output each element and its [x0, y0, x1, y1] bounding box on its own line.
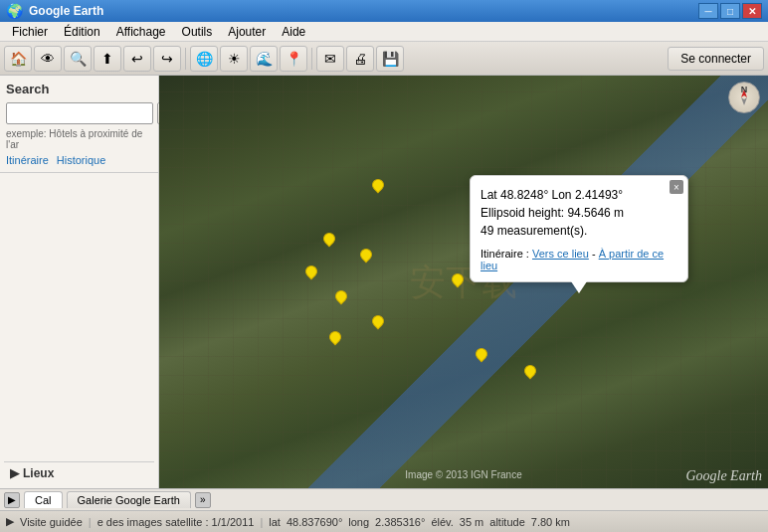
- toolbar-btn-3[interactable]: 🔍: [64, 46, 92, 72]
- status-elev-label: élév.: [431, 516, 453, 528]
- bottom-tabs: ▶ Cal Galerie Google Earth »: [0, 488, 768, 510]
- info-popup: × Lat 48.8248° Lon 2.41493° Ellipsoid he…: [470, 175, 688, 282]
- pin-body-6: [370, 312, 387, 329]
- search-title: Search: [6, 82, 152, 96]
- popup-measurements: 49 measurement(s).: [480, 224, 587, 238]
- left-panel: Search Rechercher exemple: Hôtels à prox…: [0, 76, 159, 488]
- connect-button[interactable]: Se connecter: [668, 47, 764, 71]
- search-input[interactable]: [6, 102, 153, 124]
- pin-8[interactable]: [476, 348, 487, 364]
- pin-1[interactable]: [372, 179, 384, 195]
- menu-ajouter[interactable]: Ajouter: [220, 23, 274, 41]
- pin-5[interactable]: [335, 290, 347, 306]
- status-lat-label: lat: [269, 516, 281, 528]
- tab-arrow-left[interactable]: ▶: [4, 492, 20, 508]
- status-guide-icon: ▶: [6, 515, 14, 528]
- toolbar-btn-4[interactable]: ⬆: [94, 46, 121, 72]
- toolbar-sep-2: [311, 48, 312, 70]
- historique-link[interactable]: Historique: [57, 154, 106, 166]
- compass-circle: N: [728, 82, 760, 113]
- menu-outils[interactable]: Outils: [174, 23, 221, 41]
- itineraire-link[interactable]: Itinéraire: [6, 154, 49, 166]
- window-controls: ─ □ ✕: [698, 3, 762, 19]
- toolbar-btn-1[interactable]: 🏠: [4, 46, 32, 72]
- svg-marker-1: [741, 97, 747, 105]
- popup-lat: Lat 48.8248° Lon 2.41493°: [480, 188, 623, 202]
- toolbar: 🏠 👁 🔍 ⬆ ↩ ↪ 🌐 ☀ 🌊 📍 ✉ 🖨 💾 Se connecter: [0, 42, 768, 76]
- popup-text: Lat 48.8248° Lon 2.41493° Ellipsoid heig…: [480, 186, 677, 240]
- pin-body-4: [302, 263, 319, 279]
- menu-fichier[interactable]: Fichier: [4, 23, 56, 41]
- status-bar: ▶ Visite guidée | e des images satellite…: [0, 510, 768, 532]
- toolbar-btn-9[interactable]: 🌊: [250, 46, 278, 72]
- pin-body-1: [370, 176, 387, 193]
- search-example: exemple: Hôtels à proximité de l'ar: [6, 128, 152, 150]
- toolbar-btn-12[interactable]: 🖨: [346, 46, 374, 72]
- status-resolution: e des images satellite : 1/1/2011: [97, 516, 255, 528]
- pin-9[interactable]: [452, 273, 464, 289]
- pin-4[interactable]: [305, 266, 317, 281]
- status-alt-val: 7.80 km: [531, 516, 570, 528]
- minimize-button[interactable]: ─: [698, 3, 718, 19]
- pin-2[interactable]: [323, 233, 335, 249]
- lieux-label: Lieux: [23, 466, 54, 480]
- google-earth-logo: Google Earth: [685, 468, 762, 484]
- main-layout: Search Rechercher exemple: Hôtels à prox…: [0, 76, 768, 488]
- pin-7[interactable]: [329, 331, 341, 347]
- tab-cal[interactable]: Cal: [24, 491, 63, 508]
- status-long-val: 2.385316°: [375, 516, 425, 528]
- toolbar-btn-11[interactable]: ✉: [316, 46, 344, 72]
- lieux-section[interactable]: ▶ Lieux: [4, 461, 154, 484]
- menu-affichage[interactable]: Affichage: [108, 23, 174, 41]
- menu-edition[interactable]: Édition: [56, 23, 108, 41]
- lieux-arrow: ▶: [10, 466, 19, 480]
- app-title: Google Earth: [29, 4, 698, 18]
- search-section: Search Rechercher exemple: Hôtels à prox…: [0, 76, 158, 173]
- tab-arrow-right[interactable]: »: [195, 492, 211, 508]
- title-bar: 🌍 Google Earth ─ □ ✕: [0, 0, 768, 22]
- map-background: 安下载: [159, 76, 768, 488]
- popup-link-vers[interactable]: Vers ce lieu: [532, 248, 589, 260]
- popup-itinerary: Itinéraire : Vers ce lieu - À partir de …: [480, 248, 677, 271]
- pin-3[interactable]: [360, 249, 372, 265]
- toolbar-btn-6[interactable]: ↪: [153, 46, 181, 72]
- tab-galerie[interactable]: Galerie Google Earth: [67, 491, 191, 508]
- popup-itinerary-label: Itinéraire :: [480, 248, 529, 260]
- popup-close-button[interactable]: ×: [670, 180, 683, 194]
- close-button[interactable]: ✕: [742, 3, 762, 19]
- status-long-label: long: [348, 516, 369, 528]
- map-area[interactable]: 安下载: [159, 76, 768, 488]
- menu-bar: Fichier Édition Affichage Outils Ajouter…: [0, 22, 768, 42]
- maximize-button[interactable]: □: [720, 3, 740, 19]
- toolbar-btn-13[interactable]: 💾: [376, 46, 404, 72]
- menu-aide[interactable]: Aide: [274, 23, 313, 41]
- toolbar-btn-2[interactable]: 👁: [34, 46, 62, 72]
- pin-body-7: [327, 329, 344, 346]
- search-row: Rechercher: [6, 102, 152, 124]
- status-guide: Visite guidée: [20, 516, 83, 528]
- status-sep-1: |: [89, 516, 92, 528]
- pin-body-9: [449, 271, 466, 288]
- search-links: Itinéraire Historique: [6, 154, 152, 166]
- pin-6[interactable]: [372, 315, 384, 331]
- toolbar-btn-8[interactable]: ☀: [220, 46, 248, 72]
- popup-arrow: [571, 281, 587, 293]
- toolbar-sep-1: [185, 48, 186, 70]
- pin-body-8: [474, 345, 490, 362]
- compass[interactable]: N: [728, 82, 760, 113]
- status-elev-val: 35 m: [460, 516, 483, 528]
- pin-11[interactable]: [524, 365, 536, 381]
- pin-body-3: [357, 247, 374, 264]
- toolbar-btn-10[interactable]: 📍: [280, 46, 307, 72]
- compass-n: N: [741, 85, 748, 94]
- pin-body-2: [321, 230, 338, 247]
- map-copyright: Image © 2013 IGN France: [405, 469, 521, 480]
- pin-body-11: [522, 362, 539, 379]
- popup-separator: -: [592, 248, 599, 260]
- status-alt-label: altitude: [489, 516, 524, 528]
- toolbar-btn-7[interactable]: 🌐: [190, 46, 218, 72]
- toolbar-btn-5[interactable]: ↩: [123, 46, 151, 72]
- status-lat-val: 48.837690°: [287, 516, 342, 528]
- panel-bottom: ▶ Lieux: [0, 173, 158, 488]
- status-sep-2: |: [260, 516, 263, 528]
